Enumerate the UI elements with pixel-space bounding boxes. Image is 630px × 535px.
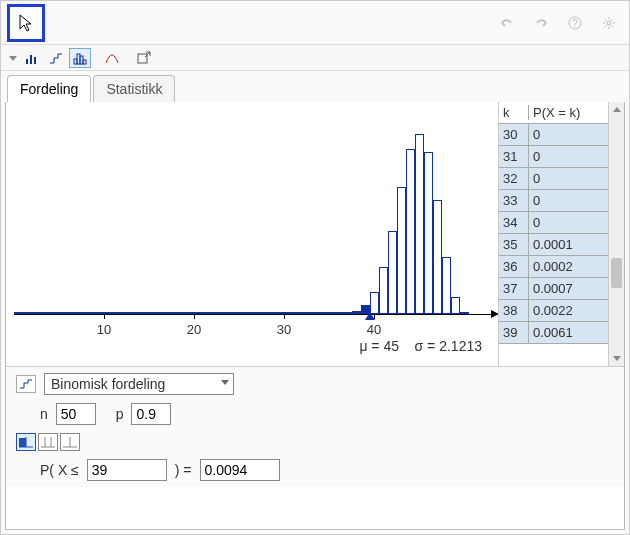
redo-icon xyxy=(533,17,549,29)
histogram-bar xyxy=(460,312,469,314)
x-tick-label: 40 xyxy=(367,322,381,337)
table-row[interactable]: 380.0022 xyxy=(499,300,624,322)
export-icon xyxy=(137,51,151,65)
mode-toolbar xyxy=(1,45,629,71)
calc-mid: ) = xyxy=(175,462,192,478)
histogram-bar xyxy=(415,134,424,314)
probability-table: k P(X = k) 300310320330340350.0001360.00… xyxy=(498,102,624,366)
curve-icon xyxy=(105,51,119,65)
svg-rect-5 xyxy=(34,57,36,64)
n-label: n xyxy=(40,406,48,422)
tab-row: Fordeling Statistikk xyxy=(1,71,629,102)
table-header: k P(X = k) xyxy=(499,102,624,124)
table-row[interactable]: 330 xyxy=(499,190,624,212)
help-button[interactable]: ? xyxy=(561,12,589,34)
cell-k: 31 xyxy=(499,146,529,167)
svg-rect-10 xyxy=(138,54,147,63)
histogram-bar xyxy=(397,187,406,314)
mode-dropdown-icon[interactable] xyxy=(7,48,19,68)
svg-text:?: ? xyxy=(572,18,578,29)
header-k: k xyxy=(499,105,529,120)
svg-rect-11 xyxy=(19,438,26,447)
cell-k: 37 xyxy=(499,278,529,299)
cell-k: 38 xyxy=(499,300,529,321)
histogram-bar xyxy=(343,312,352,314)
x-tick-label: 30 xyxy=(277,322,291,337)
svg-point-2 xyxy=(607,21,611,25)
table-row[interactable]: 340 xyxy=(499,212,624,234)
shaded-region xyxy=(14,312,370,314)
bars-icon xyxy=(25,51,39,65)
redo-button[interactable] xyxy=(527,12,555,34)
table-scrollbar[interactable] xyxy=(608,102,624,366)
plot[interactable]: μ = 45 σ = 2.1213 10203040 xyxy=(6,102,498,366)
interval-right-button[interactable] xyxy=(60,433,80,451)
x-axis-arrow-icon xyxy=(491,310,498,318)
distribution-select[interactable]: Binomisk fordeling xyxy=(44,373,234,395)
gear-icon xyxy=(602,16,616,30)
table-row[interactable]: 320 xyxy=(499,168,624,190)
calc-row: P( X ≤ ) = xyxy=(16,459,614,481)
svg-rect-9 xyxy=(83,60,86,64)
mu-label: μ = xyxy=(359,338,383,354)
scroll-track[interactable] xyxy=(609,118,624,350)
histogram-icon xyxy=(73,51,87,65)
table-row[interactable]: 360.0002 xyxy=(499,256,624,278)
settings-button[interactable] xyxy=(595,12,623,34)
table-row[interactable]: 310 xyxy=(499,146,624,168)
x-tick-label: 10 xyxy=(97,322,111,337)
undo-button[interactable] xyxy=(493,12,521,34)
table-row[interactable]: 300 xyxy=(499,124,624,146)
titlebar: ? xyxy=(1,1,629,45)
mode-step[interactable] xyxy=(45,48,67,68)
histogram-bar xyxy=(424,152,433,314)
tab-fordeling[interactable]: Fordeling xyxy=(7,75,91,102)
mode-export[interactable] xyxy=(133,48,155,68)
cell-k: 39 xyxy=(499,322,529,343)
cell-k: 35 xyxy=(499,234,529,255)
scroll-thumb[interactable] xyxy=(611,258,622,288)
mode-normal-curve[interactable] xyxy=(101,48,123,68)
n-input[interactable] xyxy=(56,403,96,425)
mode-barchart-1[interactable] xyxy=(21,48,43,68)
table-body: 300310320330340350.0001360.0002370.00073… xyxy=(499,124,624,366)
histogram-bar xyxy=(325,312,334,314)
step-icon xyxy=(49,51,63,65)
histogram-bar xyxy=(370,292,379,314)
scroll-up-icon[interactable] xyxy=(609,102,624,118)
histogram-bar xyxy=(334,312,343,314)
cell-k: 30 xyxy=(499,124,529,145)
help-icon: ? xyxy=(568,16,582,30)
mode-histogram[interactable] xyxy=(69,48,91,68)
interval-left-button[interactable] xyxy=(16,433,36,451)
mu-value: 45 xyxy=(383,338,399,354)
histogram-bar xyxy=(442,257,451,314)
cursor-arrow-icon xyxy=(16,13,36,33)
cell-k: 34 xyxy=(499,212,529,233)
cursor-tool-button[interactable] xyxy=(7,4,45,42)
calc-result-input[interactable] xyxy=(200,459,280,481)
svg-rect-4 xyxy=(30,55,32,64)
histogram-bar xyxy=(352,311,361,314)
x-tick xyxy=(374,314,375,319)
p-input[interactable] xyxy=(131,403,171,425)
x-tick xyxy=(284,314,285,319)
scroll-down-icon[interactable] xyxy=(609,350,624,366)
controls-panel: Binomisk fordeling n p xyxy=(6,366,624,487)
params-row: n p xyxy=(16,403,614,425)
cell-k: 36 xyxy=(499,256,529,277)
calc-prefix: P( X ≤ xyxy=(40,462,79,478)
tab-statistikk[interactable]: Statistikk xyxy=(93,75,175,102)
distribution-type-icon[interactable] xyxy=(16,375,36,393)
table-row[interactable]: 390.0061 xyxy=(499,322,624,344)
histogram-bar xyxy=(451,297,460,314)
x-tick-label: 20 xyxy=(187,322,201,337)
table-row[interactable]: 370.0007 xyxy=(499,278,624,300)
mu-sigma-label: μ = 45 σ = 2.1213 xyxy=(359,338,482,354)
table-row[interactable]: 350.0001 xyxy=(499,234,624,256)
x-tick xyxy=(194,314,195,319)
sigma-value: 2.1213 xyxy=(439,338,482,354)
interval-between-button[interactable] xyxy=(38,433,58,451)
calc-x-input[interactable] xyxy=(87,459,167,481)
interval-between-icon xyxy=(41,436,55,448)
